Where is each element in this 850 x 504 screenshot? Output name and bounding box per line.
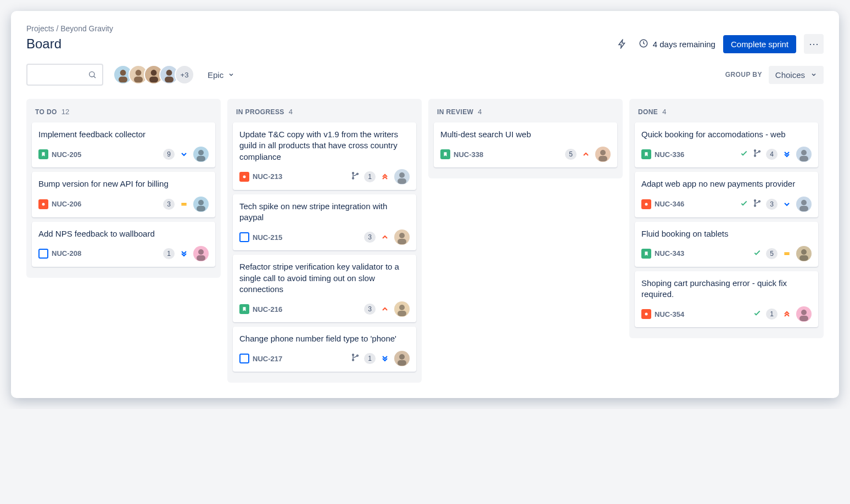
svg-point-39 xyxy=(645,203,648,205)
issue-card[interactable]: Change phone number field type to 'phone… xyxy=(233,327,416,372)
svg-point-47 xyxy=(645,313,648,316)
issue-card[interactable]: Refactor stripe verification key validat… xyxy=(233,255,416,322)
assignee-filter[interactable]: +3 xyxy=(113,65,194,85)
issue-summary: Update T&C copy with v1.9 from the write… xyxy=(239,129,410,163)
issue-card[interactable]: Multi-dest search UI webNUC-3385 xyxy=(434,122,617,167)
assignee-avatar[interactable] xyxy=(193,197,209,212)
issue-summary: Fluid booking on tablets xyxy=(641,228,812,239)
issue-card[interactable]: Add NPS feedback to wallboardNUC-2081 xyxy=(32,222,215,267)
branch-icon xyxy=(351,353,360,364)
chevron-down-icon xyxy=(228,71,234,78)
svg-rect-49 xyxy=(799,316,808,321)
complete-sprint-button[interactable]: Complete sprint xyxy=(723,35,796,53)
assignee-avatar[interactable] xyxy=(394,301,410,317)
issue-key[interactable]: NUC-354 xyxy=(655,310,684,318)
story-points: 3 xyxy=(364,232,376,243)
issue-key[interactable]: NUC-343 xyxy=(655,249,684,257)
column-count: 4 xyxy=(289,108,293,116)
task-icon xyxy=(38,249,48,259)
issue-key[interactable]: NUC-213 xyxy=(253,172,282,181)
breadcrumb-project[interactable]: Beyond Gravity xyxy=(60,24,113,33)
group-by-select[interactable]: Choices xyxy=(769,66,824,84)
issue-card[interactable]: Fluid booking on tabletsNUC-3435 xyxy=(635,222,818,267)
issue-key[interactable]: NUC-216 xyxy=(253,305,282,313)
breadcrumb-root[interactable]: Projects xyxy=(26,24,54,33)
issue-key[interactable]: NUC-208 xyxy=(52,249,81,257)
issue-card[interactable]: Adapt web app no new payments providerNU… xyxy=(635,172,818,217)
issue-card[interactable]: Implement feedback collectorNUC-2059 xyxy=(32,122,215,167)
more-actions-button[interactable]: ⋯ xyxy=(804,34,824,54)
issue-card[interactable]: Shoping cart purchasing error - quick fi… xyxy=(635,271,818,328)
search-icon xyxy=(88,70,97,79)
issue-summary: Quick booking for accomodations - web xyxy=(641,129,812,140)
svg-point-48 xyxy=(801,310,807,315)
issue-key[interactable]: NUC-206 xyxy=(52,200,81,208)
priority-lowest-icon xyxy=(179,249,189,259)
story-points: 5 xyxy=(565,149,577,160)
issue-summary: Multi-dest search UI web xyxy=(440,129,611,140)
assignee-avatar[interactable] xyxy=(394,169,410,184)
assignee-avatar[interactable] xyxy=(394,351,410,366)
automation-icon[interactable] xyxy=(613,35,631,53)
svg-point-12 xyxy=(42,203,45,205)
issue-card[interactable]: Quick booking for accomodations - webNUC… xyxy=(635,122,818,167)
epic-filter-label: Epic xyxy=(208,70,223,80)
assignee-avatar[interactable] xyxy=(796,197,812,212)
search-input[interactable] xyxy=(26,64,103,86)
column-in-review[interactable]: IN REVIEW4Multi-dest search UI webNUC-33… xyxy=(428,99,623,178)
svg-point-17 xyxy=(243,175,246,178)
issue-key[interactable]: NUC-215 xyxy=(253,233,282,242)
issue-card[interactable]: Update T&C copy with v1.9 from the write… xyxy=(233,122,416,190)
svg-rect-14 xyxy=(197,206,205,211)
svg-rect-11 xyxy=(197,156,205,161)
epic-filter[interactable]: Epic xyxy=(204,70,238,80)
assignee-avatar[interactable] xyxy=(796,306,812,322)
story-points: 1 xyxy=(364,171,376,182)
assignee-avatar[interactable] xyxy=(193,246,209,261)
issue-card[interactable]: Tech spike on new stripe integration wit… xyxy=(233,194,416,251)
column-title: IN PROGRESS xyxy=(236,108,284,116)
issue-key[interactable]: NUC-346 xyxy=(655,200,684,208)
column-title: TO DO xyxy=(35,108,57,116)
issue-key[interactable]: NUC-338 xyxy=(454,150,483,159)
priority-lowest-icon xyxy=(782,149,792,159)
assignee-avatar[interactable] xyxy=(394,229,410,245)
issue-key[interactable]: NUC-336 xyxy=(655,150,684,159)
group-by-label: GROUP BY xyxy=(725,71,762,79)
assignee-avatar[interactable] xyxy=(193,147,209,162)
column-in-progress[interactable]: IN PROGRESS4Update T&C copy with v1.9 fr… xyxy=(227,99,422,383)
svg-point-19 xyxy=(353,177,354,179)
column-done[interactable]: DONE4Quick booking for accomodations - w… xyxy=(629,99,824,338)
svg-point-18 xyxy=(353,172,354,174)
svg-point-13 xyxy=(198,200,204,205)
issue-key[interactable]: NUC-217 xyxy=(253,355,282,363)
column-count: 12 xyxy=(61,108,69,116)
avatar-overflow[interactable]: +3 xyxy=(175,65,194,85)
assignee-avatar[interactable] xyxy=(796,246,812,261)
svg-point-2 xyxy=(120,70,126,76)
issue-summary: Tech spike on new stripe integration wit… xyxy=(239,201,410,223)
page-title: Board xyxy=(26,36,61,52)
svg-point-8 xyxy=(166,70,172,76)
issue-card[interactable]: Bump version for new API for billingNUC-… xyxy=(32,172,215,217)
issue-key[interactable]: NUC-205 xyxy=(52,150,81,159)
assignee-avatar[interactable] xyxy=(595,147,611,162)
column-header: DONE4 xyxy=(634,104,819,122)
svg-point-43 xyxy=(801,200,807,205)
svg-point-10 xyxy=(198,150,204,155)
bug-icon xyxy=(38,199,48,209)
svg-point-28 xyxy=(353,360,354,361)
svg-point-27 xyxy=(353,354,354,356)
column-header: IN REVIEW4 xyxy=(433,104,618,122)
days-remaining: 4 days remaining xyxy=(653,40,715,49)
column-to-do[interactable]: TO DO12Implement feedback collectorNUC-2… xyxy=(26,99,221,278)
svg-point-30 xyxy=(399,354,405,360)
svg-rect-16 xyxy=(197,255,205,261)
issue-summary: Shoping cart purchasing error - quick fi… xyxy=(641,278,812,300)
priority-high-icon xyxy=(581,149,591,159)
story-points: 5 xyxy=(766,248,778,259)
assignee-avatar[interactable] xyxy=(796,147,812,162)
done-check-icon xyxy=(740,149,748,160)
issue-summary: Adapt web app no new payments provider xyxy=(641,178,812,189)
done-check-icon xyxy=(753,309,762,320)
